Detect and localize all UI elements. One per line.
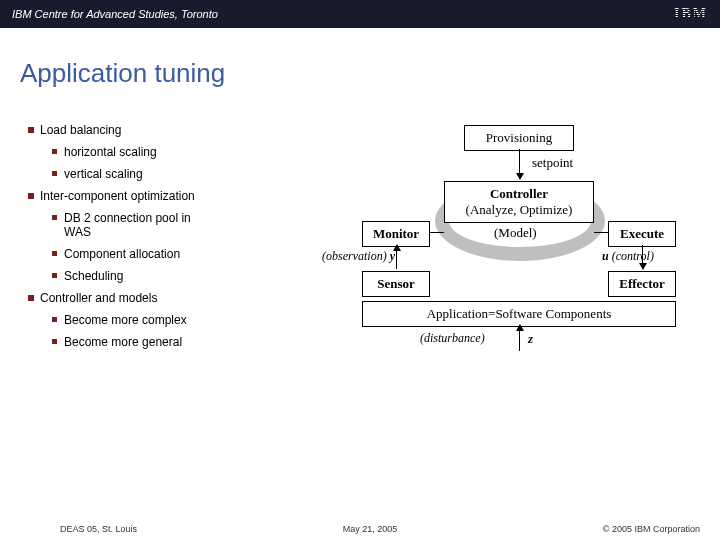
- label-controller: Controller: [451, 186, 587, 202]
- bullet-text: Load balancing: [40, 123, 121, 137]
- bullet-more-complex: Become more complex: [20, 309, 360, 331]
- label-controller-sub: (Analyze, Optimize): [451, 202, 587, 218]
- connector-monitor-controller: [430, 232, 444, 233]
- bullet-text: Scheduling: [64, 269, 123, 283]
- bullet-text: Component allocation: [64, 247, 180, 261]
- bullet-load-balancing: Load balancing: [20, 119, 360, 141]
- control-diagram: Provisioning setpoint Controller (Analyz…: [360, 125, 680, 375]
- arrow-obs-up: [396, 245, 397, 269]
- bullet-icon: [52, 149, 57, 154]
- footer-center: May 21, 2005: [343, 524, 398, 534]
- box-controller: Controller (Analyze, Optimize): [444, 181, 594, 223]
- label-model: (Model): [494, 225, 537, 241]
- label-disturbance: (disturbance): [420, 331, 485, 346]
- bullet-text: vertical scaling: [64, 167, 143, 181]
- box-sensor: Sensor: [362, 271, 430, 297]
- content-area: Load balancing horizontal scaling vertic…: [0, 89, 720, 375]
- bullet-text: DB 2 connection pool in WAS: [64, 211, 191, 239]
- slide-title: Application tuning: [0, 28, 720, 89]
- bullet-text: Become more complex: [64, 313, 187, 327]
- bullet-icon: [28, 127, 34, 133]
- label-execute: Execute: [620, 226, 664, 241]
- bullet-text: Become more general: [64, 335, 182, 349]
- bullet-db2-pool: DB 2 connection pool in WAS: [20, 207, 360, 243]
- bullet-text: horizontal scaling: [64, 145, 157, 159]
- footer-left: DEAS 05, St. Louis: [60, 524, 137, 534]
- bullet-vertical-scaling: vertical scaling: [20, 163, 360, 185]
- ibm-logo: IBM: [674, 6, 708, 22]
- bullet-icon: [28, 193, 34, 199]
- bullet-icon: [52, 339, 57, 344]
- header-title: IBM Centre for Advanced Studies, Toronto: [12, 8, 218, 20]
- box-effector: Effector: [608, 271, 676, 297]
- box-provisioning: Provisioning: [464, 125, 574, 151]
- bullet-icon: [28, 295, 34, 301]
- arrow-setpoint: [519, 149, 520, 179]
- arrow-disturbance-up: [519, 325, 520, 351]
- bullet-icon: [52, 317, 57, 322]
- bullet-text: Inter-component optimization: [40, 189, 195, 203]
- box-execute: Execute: [608, 221, 676, 247]
- bullet-scheduling: Scheduling: [20, 265, 360, 287]
- label-observation: (observation) y: [322, 249, 395, 264]
- bullet-horizontal-scaling: horizontal scaling: [20, 141, 360, 163]
- label-control: u (control): [602, 249, 654, 264]
- bullet-controller-models: Controller and models: [20, 287, 360, 309]
- label-z: z: [528, 331, 533, 347]
- header-bar: IBM Centre for Advanced Studies, Toronto…: [0, 0, 720, 28]
- footer-right: © 2005 IBM Corporation: [603, 524, 700, 534]
- diagram-panel: Provisioning setpoint Controller (Analyz…: [360, 119, 690, 375]
- label-effector: Effector: [619, 276, 664, 291]
- bullet-icon: [52, 171, 57, 176]
- label-setpoint: setpoint: [532, 155, 573, 171]
- bullet-icon: [52, 215, 57, 220]
- bullet-inter-component: Inter-component optimization: [20, 185, 360, 207]
- bullet-component-allocation: Component allocation: [20, 243, 360, 265]
- footer: DEAS 05, St. Louis May 21, 2005 © 2005 I…: [0, 524, 720, 534]
- connector-controller-execute: [594, 232, 608, 233]
- label-monitor: Monitor: [373, 226, 419, 241]
- bullet-list: Load balancing horizontal scaling vertic…: [20, 119, 360, 375]
- label-sensor: Sensor: [377, 276, 415, 291]
- bullet-text: Controller and models: [40, 291, 157, 305]
- bullet-icon: [52, 273, 57, 278]
- bullet-icon: [52, 251, 57, 256]
- bullet-more-general: Become more general: [20, 331, 360, 353]
